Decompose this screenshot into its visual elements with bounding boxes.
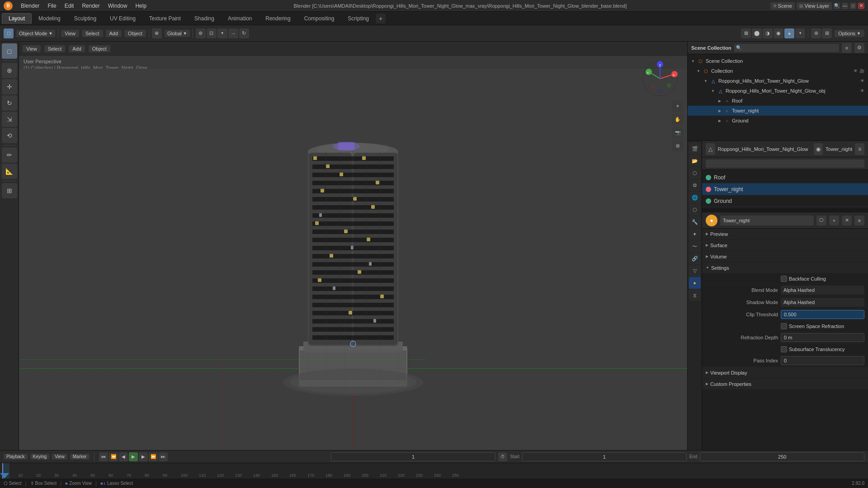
pass-index-field[interactable]: 0: [781, 356, 864, 365]
maximize-btn[interactable]: □: [850, 3, 856, 9]
view-layer-selector[interactable]: ▤ View Layer: [797, 2, 832, 9]
menu-blender[interactable]: Blender: [17, 2, 43, 10]
mat-slot-tower-night[interactable]: Tower_night: [702, 183, 868, 195]
prev-frame-btn[interactable]: ◀: [119, 452, 128, 461]
mat-close-icon[interactable]: ✕: [842, 216, 852, 225]
viewport-zoom-in[interactable]: +: [672, 100, 684, 112]
select-status[interactable]: ⬡ Select: [4, 481, 22, 486]
preview-section-header[interactable]: ▶ Preview: [702, 229, 868, 239]
xray-icon[interactable]: ⊠: [741, 28, 751, 38]
cursor-tool-btn[interactable]: ⊕: [2, 63, 17, 78]
select-tool-btn[interactable]: ◻: [2, 43, 17, 59]
keying-menu[interactable]: Keying: [30, 454, 50, 460]
mat-new-icon[interactable]: +: [829, 216, 839, 225]
viewport-view-menu[interactable]: View: [23, 45, 41, 52]
outliner-search[interactable]: 🔍: [734, 44, 839, 52]
outliner-item-roof[interactable]: ▶ ○ Roof: [688, 96, 868, 106]
next-frame-btn[interactable]: ▶: [139, 452, 148, 461]
refraction-depth-field[interactable]: 0 m: [781, 333, 864, 342]
viewport-shading-icon[interactable]: ●: [784, 28, 794, 38]
shadow-mode-value[interactable]: Alpha Hashed: [781, 298, 864, 307]
prev-keyframe-btn[interactable]: ⏪: [109, 452, 118, 461]
add-workspace-btn[interactable]: +: [376, 14, 386, 23]
zoom-status[interactable]: ⎈ Zoom View: [65, 481, 92, 486]
playback-menu[interactable]: Playback: [4, 454, 28, 460]
current-frame-field[interactable]: 1: [331, 452, 495, 461]
props-tab-material[interactable]: ●: [689, 277, 701, 289]
props-tab-object[interactable]: ⬡: [689, 204, 701, 216]
jump-end-btn[interactable]: ⏭: [159, 452, 168, 461]
outliner-item-scene-collection[interactable]: ▼ ⬡ Scene Collection: [688, 56, 868, 66]
select-btn[interactable]: Select: [82, 30, 103, 37]
menu-window[interactable]: Window: [104, 2, 131, 10]
material-name-field[interactable]: Tower_night: [720, 216, 814, 225]
props-tab-shaderfx[interactable]: ⧖: [689, 289, 701, 301]
mat-slot-ground[interactable]: Ground: [702, 195, 868, 207]
snap-icon[interactable]: ⊡: [207, 28, 217, 38]
3d-viewport-content[interactable]: [19, 69, 687, 450]
viewport[interactable]: View Select Add Object User Perspective …: [19, 42, 687, 450]
transform-tool-btn[interactable]: ⟲: [2, 128, 17, 143]
custom-props-header[interactable]: ▶ Custom Properties: [702, 379, 868, 389]
blend-mode-value[interactable]: Alpha Hashed: [781, 286, 864, 295]
props-tab-data[interactable]: ▽: [689, 265, 701, 277]
search-btn[interactable]: 🔍: [834, 3, 840, 9]
gizmos-icon[interactable]: ⊛: [811, 28, 821, 38]
outliner-item-sub-obj[interactable]: ▼ △ Roppongi_Hills_Mori_Tower_Night_Glow…: [688, 86, 868, 96]
outliner-item-ground[interactable]: ▶ ○ Ground: [688, 116, 868, 126]
material-preview-icon[interactable]: ◑: [763, 28, 773, 38]
outliner-settings-icon[interactable]: ⚙: [854, 43, 864, 53]
props-tab-scene[interactable]: ⚙: [689, 179, 701, 191]
tab-rendering[interactable]: Rendering: [259, 13, 297, 24]
surface-section-header[interactable]: ▶ Surface: [702, 240, 868, 251]
close-btn[interactable]: ✕: [858, 3, 864, 9]
add-object-btn[interactable]: ⊞: [2, 183, 17, 198]
tab-scripting[interactable]: Scripting: [341, 13, 376, 24]
viewport-hand-tool[interactable]: ✋: [672, 113, 684, 125]
tab-uv-editing[interactable]: UV Editing: [103, 13, 142, 24]
viewport-add-menu[interactable]: Add: [69, 45, 85, 52]
mat-source-icon[interactable]: △: [706, 143, 715, 155]
props-tab-constraint[interactable]: 🔗: [689, 253, 701, 264]
backface-culling-checkbox[interactable]: [781, 276, 787, 282]
mat-slot-roof[interactable]: Roof: [702, 172, 868, 183]
props-tab-world[interactable]: 🌐: [689, 192, 701, 203]
mat-link-icon[interactable]: ⎔: [816, 216, 826, 225]
transform-orientation-dropdown[interactable]: Global ▼: [165, 30, 190, 37]
view-menu[interactable]: View: [52, 454, 67, 460]
tab-texture-paint[interactable]: Texture Paint: [142, 13, 188, 24]
shading-options-icon[interactable]: ▼: [795, 28, 805, 38]
move-tool-btn[interactable]: ✛: [2, 79, 17, 94]
solid-icon[interactable]: ⬤: [752, 28, 762, 38]
next-keyframe-btn[interactable]: ⏩: [149, 452, 158, 461]
jump-start-btn[interactable]: ⏮: [99, 452, 108, 461]
volume-section-header[interactable]: ▶ Volume: [702, 251, 868, 262]
box-select-status[interactable]: ⇧ Box Select: [30, 481, 57, 486]
tab-shading[interactable]: Shading: [188, 13, 221, 24]
menu-edit[interactable]: Edit: [61, 2, 78, 10]
frame-clock-icon[interactable]: ⏱: [498, 452, 507, 461]
tab-compositing[interactable]: Compositing: [297, 13, 341, 24]
viewport-object-menu[interactable]: Object: [89, 45, 110, 52]
transform-orient-icon[interactable]: ⊕: [152, 28, 162, 38]
viewport-quad-view[interactable]: ⊞: [672, 140, 684, 151]
mat-options-icon[interactable]: ≡: [854, 216, 864, 225]
move-icon[interactable]: →: [228, 28, 238, 38]
settings-section-header[interactable]: ▼ Settings: [702, 263, 868, 273]
viewport-display-header[interactable]: ▶ Viewport Display: [702, 367, 868, 378]
object-mode-dropdown[interactable]: Object Mode ▼: [16, 30, 55, 37]
sst-checkbox[interactable]: [781, 346, 787, 352]
tab-layout[interactable]: Layout: [2, 13, 32, 24]
end-frame-field[interactable]: 250: [700, 452, 864, 461]
outliner-item-collection[interactable]: ▼ ⬡ Collection 👁 🎥: [688, 66, 868, 76]
props-tab-modifier[interactable]: 🔧: [689, 216, 701, 228]
outliner-filter-icon[interactable]: ≡: [842, 43, 852, 53]
tab-modeling[interactable]: Modeling: [32, 13, 67, 24]
props-tab-render[interactable]: 🎬: [689, 143, 701, 155]
viewport-gizmo[interactable]: X Y Z: [642, 61, 678, 97]
props-tab-output[interactable]: 📂: [689, 155, 701, 167]
add-btn[interactable]: Add: [106, 30, 122, 37]
menu-file[interactable]: File: [44, 2, 60, 10]
annotate-tool-btn[interactable]: ✏: [2, 147, 17, 163]
props-tab-view-layer[interactable]: ⬡: [689, 167, 701, 179]
